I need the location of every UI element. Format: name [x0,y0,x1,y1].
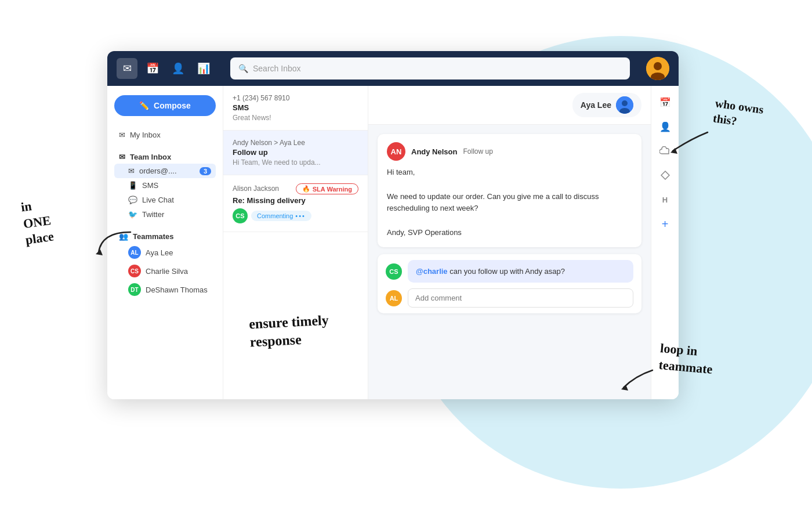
comment-bubble: @charlie can you follow up with Andy asa… [408,260,633,283]
msg-sender: Andy Nelson [411,147,457,156]
my-inbox-section: ✉ My Inbox [114,128,216,142]
comment-bubble-row: CS @charlie can you follow up with Andy … [386,260,633,283]
teammates-section: 👥 Teammates AL Aya Lee CS Charlie Silva … [114,230,216,299]
twitter-label: Twitter [142,210,211,219]
sidebar-item-live-chat[interactable]: 💬 Live Chat [114,193,216,207]
main-content: ✏️ Compose ✉ My Inbox ✉ Team Inbox ✉ ord… [107,86,679,399]
sla-warning-badge: 🔥 SLA Warning [296,183,358,194]
team-inbox-label: Team Inbox [130,153,171,161]
orders-icon: ✉ [128,167,135,175]
charlie-silva-label: Charlie Silva [146,267,211,276]
search-bar[interactable]: 🔍 Search Inbox [230,57,630,79]
conv-row-top-delivery: Alison Jackson 🔥 SLA Warning [233,183,358,194]
comment-input-row: AL [386,288,633,308]
search-placeholder: Search Inbox [253,64,301,73]
svg-point-7 [622,100,628,106]
orders-label: orders@.... [139,167,195,175]
commenting-row: CS Commenting ••• [233,208,358,223]
annotation-in-one-place: in ONE place [20,196,55,249]
message-header: AN Andy Nelson Follow up [387,142,632,161]
sidebar-item-twitter[interactable]: 🐦 Twitter [114,207,216,222]
cloud-icon [659,146,671,156]
live-chat-label: Live Chat [142,196,211,204]
compose-button[interactable]: ✏️ Compose [114,95,216,116]
twitter-icon: 🐦 [128,210,137,219]
search-icon: 🔍 [238,64,248,73]
sidebar-item-sms[interactable]: 📱 SMS [114,178,216,193]
team-inbox-title: ✉ Team Inbox [114,150,216,164]
user-avatar-image [646,57,669,80]
iconbar-contact[interactable]: 👤 [655,116,676,137]
icon-bar: 📅 👤 H + [651,86,679,399]
mention-charlie: @charlie [416,267,448,276]
typing-dots: ••• [295,212,306,219]
deshawn-label: DeShawn Thomas [146,286,211,294]
nav-reports-icon[interactable]: 📊 [193,58,214,79]
sidebar-item-orders[interactable]: ✉ orders@.... 3 [114,164,216,178]
chat-area: AN Andy Nelson Follow up Hi team, We nee… [368,125,651,399]
svg-marker-0 [96,250,103,255]
charlie-silva-avatar: CS [128,265,141,277]
aya-lee-avatar: AL [128,246,141,259]
top-nav: ✉ 📅 👤 📊 🔍 Search Inbox [107,51,679,86]
conv-from-delivery: Alison Jackson [233,185,279,193]
teammates-icon: 👥 [119,232,128,241]
right-panel: Aya Lee AN Andy Nelson [368,86,651,399]
middle-panel: +1 (234) 567 8910 SMS Great News! Andy N… [223,86,368,399]
teammates-label: Teammates [133,232,174,241]
nav-contact-icon[interactable]: 👤 [168,58,188,79]
commenting-badge: Commenting ••• [251,211,311,221]
nav-inbox-icon[interactable]: ✉ [117,58,137,79]
conversation-item-followup[interactable]: Andy Nelson > Aya Lee Follow up Hi Team,… [223,131,368,175]
comment-section: CS @charlie can you follow up with Andy … [378,254,641,314]
sidebar: ✏️ Compose ✉ My Inbox ✉ Team Inbox ✉ ord… [107,86,223,399]
iconbar-calendar[interactable]: 📅 [655,92,676,113]
comment-text: can you follow up with Andy asap? [448,267,565,276]
message-body: Hi team, We need to update our order. Ca… [387,167,632,239]
user-avatar[interactable] [646,57,669,80]
svg-point-4 [654,62,662,70]
sms-icon: 📱 [128,181,137,190]
sms-label: SMS [142,181,211,190]
conversation-item-sms[interactable]: +1 (234) 567 8910 SMS Great News! [223,86,368,131]
contact-name: Aya Lee [581,100,611,110]
commenting-avatar: CS [233,208,248,223]
conv-preview-sms: Great News! [233,114,358,122]
sidebar-item-aya-lee[interactable]: AL Aya Lee [114,243,216,262]
iconbar-cloud[interactable] [655,140,676,161]
conv-subject-followup: Follow up [233,148,358,157]
sidebar-item-my-inbox[interactable]: ✉ My Inbox [114,128,216,142]
svg-marker-9 [661,171,669,179]
fire-icon: 🔥 [302,185,310,193]
aya-lee-label: Aya Lee [146,248,211,257]
conv-subject-delivery: Re: Missing delivery [233,196,358,205]
iconbar-hubspot[interactable]: H [655,189,676,210]
conv-from-followup: Andy Nelson > Aya Lee [233,139,358,147]
team-inbox-icon: ✉ [119,153,125,161]
compose-label: Compose [154,101,191,110]
contact-chip: Aya Lee [572,93,641,117]
sidebar-item-deshawn[interactable]: DT DeShawn Thomas [114,280,216,299]
sidebar-item-charlie-silva[interactable]: CS Charlie Silva [114,262,216,280]
comment-input[interactable] [408,288,633,308]
sla-text: SLA Warning [313,186,352,193]
contact-avatar [616,96,633,114]
iconbar-add[interactable]: + [655,214,676,234]
andy-avatar: AN [387,142,405,161]
iconbar-diamond[interactable] [655,165,676,186]
right-panel-header: Aya Lee [368,86,651,125]
compose-icon: ✏️ [139,101,149,110]
teammates-title: 👥 Teammates [114,230,216,243]
nav-calendar-icon[interactable]: 📅 [142,58,163,79]
conv-phone: +1 (234) 567 8910 [233,94,358,102]
msg-tag: Follow up [463,147,492,156]
inbox-icon: ✉ [119,131,125,139]
live-chat-icon: 💬 [128,196,137,204]
conv-preview-followup: Hi Team, We need to upda... [233,158,358,167]
orders-badge: 3 [200,167,211,175]
charlie-comment-avatar: CS [386,263,402,280]
team-inbox-section: ✉ Team Inbox ✉ orders@.... 3 📱 SMS 💬 Liv… [114,150,216,222]
message-card-andy: AN Andy Nelson Follow up Hi team, We nee… [378,134,641,247]
commenting-label: Commenting [257,212,293,219]
conversation-item-delivery[interactable]: Alison Jackson 🔥 SLA Warning Re: Missing… [223,175,368,232]
